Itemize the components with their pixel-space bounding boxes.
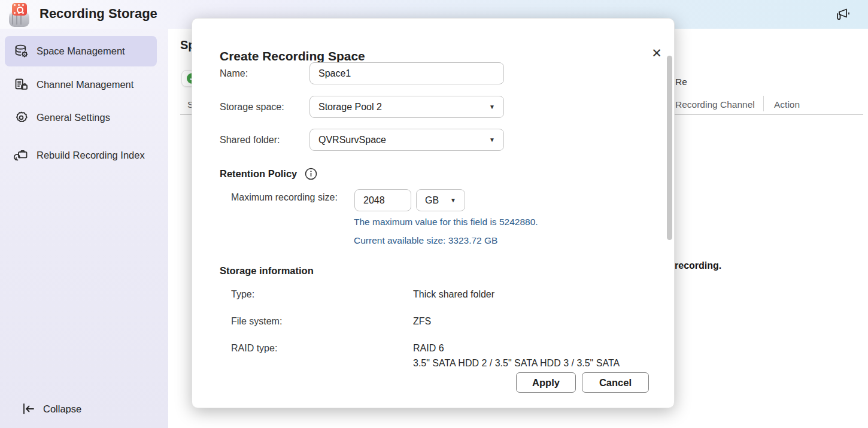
modal-scrollbar-thumb[interactable] bbox=[667, 56, 672, 240]
storage-space-label: Storage space: bbox=[220, 102, 284, 113]
sidebar-item-label: Channel Management bbox=[37, 78, 133, 91]
name-label: Name: bbox=[220, 68, 248, 79]
screen: Recording Storage bbox=[0, 0, 868, 428]
camera-refresh-icon bbox=[13, 147, 29, 163]
recording-storage-app-icon bbox=[6, 2, 32, 28]
storage-space-value: Storage Pool 2 bbox=[318, 102, 382, 113]
type-value: Thick shared folder bbox=[413, 289, 494, 300]
app-title: Recording Storage bbox=[40, 6, 157, 22]
max-value-hint: The maximum value for this field is 5242… bbox=[354, 217, 538, 227]
sidebar-item-label: General Settings bbox=[37, 111, 110, 124]
file-system-label: File system: bbox=[231, 316, 282, 327]
file-system-value: ZFS bbox=[413, 316, 431, 327]
shared-folder-value: QVRSurvSpace bbox=[318, 135, 386, 145]
sidebar-item-label: Space Management bbox=[37, 45, 125, 57]
collapse-label: Collapse bbox=[43, 403, 81, 415]
retention-policy-title: Retention Policy bbox=[220, 168, 297, 180]
gear-icon bbox=[13, 110, 29, 126]
available-size-hint: Current available size: 3323.72 GB bbox=[354, 235, 497, 246]
storage-space-select[interactable]: Storage Pool 2 ▼ bbox=[309, 96, 504, 118]
database-gear-icon bbox=[13, 43, 29, 59]
table-header-recording-channel: Recording Channel bbox=[675, 99, 755, 110]
table-header-action: Action bbox=[774, 99, 800, 110]
collapse-arrow-icon bbox=[22, 403, 36, 415]
shared-folder-select[interactable]: QVRSurvSpace ▼ bbox=[309, 129, 504, 151]
sidebar: Space Management Channel Management bbox=[0, 29, 168, 428]
table-header-divider bbox=[763, 96, 764, 111]
close-icon[interactable]: ✕ bbox=[647, 44, 666, 63]
sidebar-item-space-management[interactable]: Space Management bbox=[5, 36, 157, 66]
bold-text-fragment: recording. bbox=[675, 260, 721, 271]
sidebar-item-channel-management[interactable]: Channel Management bbox=[5, 69, 157, 99]
shared-folder-label: Shared folder: bbox=[220, 135, 280, 145]
info-icon[interactable] bbox=[305, 168, 317, 180]
raid-type-label: RAID type: bbox=[231, 343, 277, 354]
chevron-down-icon: ▼ bbox=[489, 136, 495, 143]
name-input[interactable] bbox=[309, 62, 504, 84]
storage-information-title: Storage information bbox=[220, 265, 314, 277]
sidebar-item-label: Rebuild Recording Index bbox=[37, 149, 145, 162]
cancel-button[interactable]: Cancel bbox=[582, 372, 649, 393]
raid-disks-clipped-line: 3.5" SATA HDD 2 / 3.5" SATA HDD 3 / 3.5"… bbox=[413, 357, 664, 368]
toolbar-text-fragment: Re bbox=[675, 77, 687, 87]
sidebar-item-general-settings[interactable]: General Settings bbox=[5, 102, 157, 132]
chevron-down-icon: ▼ bbox=[450, 197, 456, 204]
max-recording-size-input[interactable] bbox=[354, 189, 411, 211]
collapse-button[interactable]: Collapse bbox=[22, 403, 81, 415]
unit-value: GB bbox=[425, 195, 439, 206]
raid-type-value: RAID 6 bbox=[413, 343, 444, 354]
chevron-down-icon: ▼ bbox=[489, 104, 495, 110]
megaphone-icon[interactable] bbox=[836, 7, 852, 22]
create-recording-space-dialog: Create Recording Space ✕ Name: Storage s… bbox=[192, 18, 675, 408]
raid-disks-value: 3.5" SATA HDD 2 / 3.5" SATA HDD 3 / 3.5"… bbox=[413, 357, 664, 368]
channel-list-icon bbox=[13, 77, 29, 93]
dialog-title: Create Recording Space bbox=[220, 49, 365, 63]
unit-select[interactable]: GB ▼ bbox=[416, 189, 465, 211]
max-recording-size-label: Maximum recording size: bbox=[231, 192, 338, 203]
sidebar-item-rebuild-recording-index[interactable]: Rebuild Recording Index bbox=[5, 135, 157, 175]
type-label: Type: bbox=[231, 289, 254, 300]
apply-button[interactable]: Apply bbox=[516, 372, 576, 393]
